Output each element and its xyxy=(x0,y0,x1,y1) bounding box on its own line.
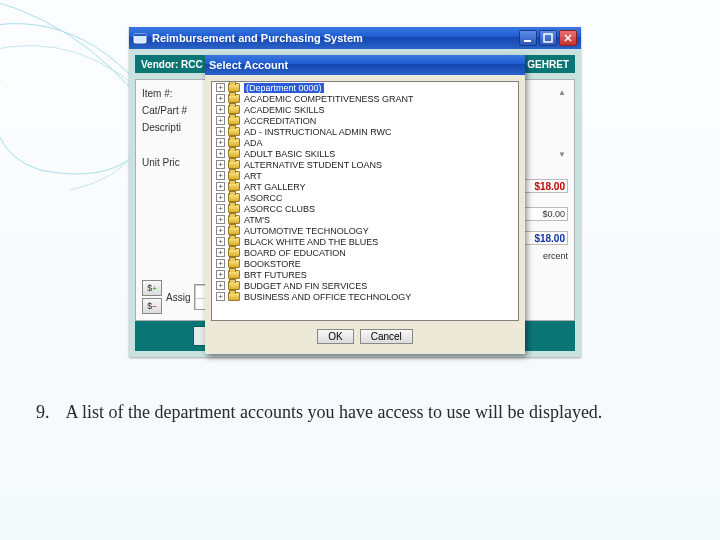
cat-part-label: Cat/Part # xyxy=(142,105,202,116)
expand-icon[interactable]: + xyxy=(216,248,225,257)
modal-title: Select Account xyxy=(209,59,288,71)
account-label: ACADEMIC SKILLS xyxy=(244,105,325,115)
account-label: BUSINESS AND OFFICE TECHNOLOGY xyxy=(244,292,411,302)
account-label: AD - INSTRUCTIONAL ADMIN RWC xyxy=(244,127,392,137)
account-label: BOOKSTORE xyxy=(244,259,301,269)
account-tree-item[interactable]: +AD - INSTRUCTIONAL ADMIN RWC xyxy=(212,126,518,137)
folder-icon xyxy=(228,215,240,224)
expand-icon[interactable]: + xyxy=(216,281,225,290)
account-label: AUTOMOTIVE TECHNOLOGY xyxy=(244,226,369,236)
account-label: ALTERNATIVE STUDENT LOANS xyxy=(244,160,382,170)
expand-icon[interactable]: + xyxy=(216,259,225,268)
expand-icon[interactable]: + xyxy=(216,215,225,224)
account-label: ATM'S xyxy=(244,215,270,225)
expand-icon[interactable]: + xyxy=(216,182,225,191)
expand-icon[interactable]: + xyxy=(216,171,225,180)
account-label: BLACK WHITE AND THE BLUES xyxy=(244,237,378,247)
account-tree-item[interactable]: +BUSINESS AND OFFICE TECHNOLOGY xyxy=(212,291,518,302)
close-button[interactable] xyxy=(559,30,577,46)
folder-icon xyxy=(228,270,240,279)
ok-button[interactable]: OK xyxy=(317,329,353,344)
account-label: ASORCC xyxy=(244,193,283,203)
unit-price-label: Unit Pric xyxy=(142,157,202,168)
account-tree-item[interactable]: +ALTERNATIVE STUDENT LOANS xyxy=(212,159,518,170)
account-tree-item[interactable]: +ART xyxy=(212,170,518,181)
folder-icon xyxy=(228,127,240,136)
account-tree-item[interactable]: +ADULT BASIC SKILLS xyxy=(212,148,518,159)
account-tree-item[interactable]: +ASORCC CLUBS xyxy=(212,203,518,214)
account-tree-item[interactable]: +ATM'S xyxy=(212,214,518,225)
account-tree-item[interactable]: +AUTOMOTIVE TECHNOLOGY xyxy=(212,225,518,236)
account-tree-item[interactable]: +(Department 0000) xyxy=(212,82,518,93)
account-tree-item[interactable]: +BLACK WHITE AND THE BLUES xyxy=(212,236,518,247)
folder-icon xyxy=(228,204,240,213)
svg-rect-3 xyxy=(544,34,552,42)
account-label: ACADEMIC COMPETITIVENESS GRANT xyxy=(244,94,414,104)
svg-rect-1 xyxy=(134,34,146,36)
folder-icon xyxy=(228,237,240,246)
account-tree-item[interactable]: +ART GALLERY xyxy=(212,181,518,192)
expand-icon[interactable]: + xyxy=(216,160,225,169)
slide-caption: 9. A list of the department accounts you… xyxy=(36,400,684,424)
folder-icon xyxy=(228,116,240,125)
expand-icon[interactable]: + xyxy=(216,94,225,103)
folder-icon xyxy=(228,259,240,268)
account-tree-item[interactable]: +BRT FUTURES xyxy=(212,269,518,280)
account-label: BRT FUTURES xyxy=(244,270,307,280)
account-tree-item[interactable]: +ADA xyxy=(212,137,518,148)
select-account-dialog: Select Account +(Department 0000)+ACADEM… xyxy=(205,55,525,354)
assign-label: Assig xyxy=(166,292,190,303)
expand-icon[interactable]: + xyxy=(216,127,225,136)
folder-icon xyxy=(228,182,240,191)
account-tree-item[interactable]: +BUDGET AND FIN SERVICES xyxy=(212,280,518,291)
description-label: Descripti xyxy=(142,122,202,133)
account-tree-item[interactable]: +ACCREDITATION xyxy=(212,115,518,126)
modal-titlebar[interactable]: Select Account xyxy=(205,55,525,75)
expand-icon[interactable]: + xyxy=(216,83,225,92)
assign-remove-button[interactable]: $− xyxy=(142,298,162,314)
app-title: Reimbursement and Purchasing System xyxy=(152,32,363,44)
expand-icon[interactable]: + xyxy=(216,270,225,279)
folder-icon xyxy=(228,248,240,257)
account-label: ART xyxy=(244,171,262,181)
caption-text: A list of the department accounts you ha… xyxy=(66,402,603,422)
svg-rect-2 xyxy=(524,40,531,42)
account-tree-item[interactable]: +BOOKSTORE xyxy=(212,258,518,269)
expand-icon[interactable]: + xyxy=(216,292,225,301)
folder-icon xyxy=(228,171,240,180)
expand-icon[interactable]: + xyxy=(216,226,225,235)
folder-icon xyxy=(228,226,240,235)
folder-icon xyxy=(228,94,240,103)
account-label: BUDGET AND FIN SERVICES xyxy=(244,281,367,291)
account-tree-item[interactable]: +ACADEMIC SKILLS xyxy=(212,104,518,115)
expand-icon[interactable]: + xyxy=(216,149,225,158)
folder-icon xyxy=(228,105,240,114)
expand-icon[interactable]: + xyxy=(216,138,225,147)
folder-icon xyxy=(228,292,240,301)
folder-icon xyxy=(228,193,240,202)
account-tree-item[interactable]: +ACADEMIC COMPETITIVENESS GRANT xyxy=(212,93,518,104)
item-number-label: Item #: xyxy=(142,88,197,99)
app-icon xyxy=(133,31,147,45)
vendor-label: Vendor: RCC xyxy=(141,59,203,70)
expand-icon[interactable]: + xyxy=(216,116,225,125)
account-label: ASORCC CLUBS xyxy=(244,204,315,214)
expand-icon[interactable]: + xyxy=(216,237,225,246)
folder-icon xyxy=(228,160,240,169)
account-tree[interactable]: +(Department 0000)+ACADEMIC COMPETITIVEN… xyxy=(211,81,519,321)
expand-icon[interactable]: + xyxy=(216,204,225,213)
folder-icon xyxy=(228,149,240,158)
assign-add-button[interactable]: $+ xyxy=(142,280,162,296)
cancel-button[interactable]: Cancel xyxy=(360,329,413,344)
maximize-button[interactable] xyxy=(539,30,557,46)
account-tree-item[interactable]: +ASORCC xyxy=(212,192,518,203)
account-label: ADULT BASIC SKILLS xyxy=(244,149,335,159)
expand-icon[interactable]: + xyxy=(216,105,225,114)
minimize-button[interactable] xyxy=(519,30,537,46)
account-label: ADA xyxy=(244,138,263,148)
account-label: (Department 0000) xyxy=(244,83,324,93)
expand-icon[interactable]: + xyxy=(216,193,225,202)
folder-icon xyxy=(228,138,240,147)
app-titlebar[interactable]: Reimbursement and Purchasing System xyxy=(129,27,581,49)
account-tree-item[interactable]: +BOARD OF EDUCATION xyxy=(212,247,518,258)
